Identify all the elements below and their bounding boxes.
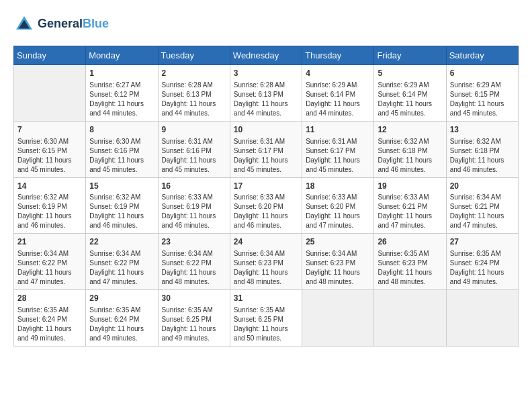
day-detail: Sunrise: 6:34 AMSunset: 6:22 PMDaylight:… <box>89 249 154 287</box>
calendar-cell: 25Sunrise: 6:34 AMSunset: 6:23 PMDayligh… <box>302 234 374 290</box>
logo: GeneralBlue <box>13 13 109 35</box>
day-detail: Sunrise: 6:34 AMSunset: 6:21 PMDaylight:… <box>450 193 515 230</box>
day-number: 7 <box>17 124 82 136</box>
day-number: 19 <box>378 181 442 192</box>
calendar-cell: 29Sunrise: 6:35 AMSunset: 6:24 PMDayligh… <box>86 290 158 347</box>
day-number: 30 <box>162 293 226 304</box>
calendar-week-row: 14Sunrise: 6:32 AMSunset: 6:19 PMDayligh… <box>14 177 519 234</box>
day-detail: Sunrise: 6:32 AMSunset: 6:18 PMDaylight:… <box>450 137 515 175</box>
logo-icon <box>13 13 35 35</box>
day-detail: Sunrise: 6:30 AMSunset: 6:16 PMDaylight:… <box>89 137 154 175</box>
page-header: GeneralBlue <box>13 13 519 35</box>
day-detail: Sunrise: 6:33 AMSunset: 6:20 PMDaylight:… <box>306 193 370 230</box>
day-detail: Sunrise: 6:33 AMSunset: 6:19 PMDaylight:… <box>162 193 226 230</box>
day-number: 15 <box>89 181 154 192</box>
day-detail: Sunrise: 6:34 AMSunset: 6:23 PMDaylight:… <box>234 249 298 287</box>
day-number: 6 <box>450 68 515 79</box>
calendar-cell: 3Sunrise: 6:28 AMSunset: 6:13 PMDaylight… <box>230 65 302 122</box>
day-number: 11 <box>306 124 370 136</box>
calendar-cell: 1Sunrise: 6:27 AMSunset: 6:12 PMDaylight… <box>86 65 158 122</box>
day-number: 16 <box>162 181 226 192</box>
day-detail: Sunrise: 6:33 AMSunset: 6:21 PMDaylight:… <box>378 193 442 230</box>
calendar-cell: 31Sunrise: 6:35 AMSunset: 6:25 PMDayligh… <box>230 290 302 347</box>
calendar-cell: 16Sunrise: 6:33 AMSunset: 6:19 PMDayligh… <box>158 177 230 234</box>
day-detail: Sunrise: 6:29 AMSunset: 6:14 PMDaylight:… <box>378 81 442 118</box>
calendar-week-row: 7Sunrise: 6:30 AMSunset: 6:15 PMDaylight… <box>14 121 519 177</box>
day-detail: Sunrise: 6:29 AMSunset: 6:14 PMDaylight:… <box>306 81 370 118</box>
day-detail: Sunrise: 6:31 AMSunset: 6:17 PMDaylight:… <box>234 137 298 175</box>
day-number: 12 <box>378 124 442 136</box>
day-number: 2 <box>162 68 226 79</box>
day-number: 25 <box>306 236 370 248</box>
day-detail: Sunrise: 6:34 AMSunset: 6:22 PMDaylight:… <box>17 249 82 287</box>
day-number: 8 <box>89 124 154 136</box>
day-number: 13 <box>450 124 515 136</box>
calendar-cell: 2Sunrise: 6:28 AMSunset: 6:13 PMDaylight… <box>158 65 230 122</box>
weekday-header: Monday <box>86 46 158 65</box>
calendar-cell: 30Sunrise: 6:35 AMSunset: 6:25 PMDayligh… <box>158 290 230 347</box>
day-number: 18 <box>306 181 370 192</box>
day-detail: Sunrise: 6:35 AMSunset: 6:24 PMDaylight:… <box>17 306 82 343</box>
calendar-cell: 20Sunrise: 6:34 AMSunset: 6:21 PMDayligh… <box>446 177 518 234</box>
day-detail: Sunrise: 6:28 AMSunset: 6:13 PMDaylight:… <box>234 81 298 118</box>
calendar-cell: 4Sunrise: 6:29 AMSunset: 6:14 PMDaylight… <box>302 65 374 122</box>
calendar-week-row: 1Sunrise: 6:27 AMSunset: 6:12 PMDaylight… <box>14 65 519 122</box>
calendar-cell: 10Sunrise: 6:31 AMSunset: 6:17 PMDayligh… <box>230 121 302 177</box>
day-number: 4 <box>306 68 370 79</box>
calendar-cell <box>14 65 86 122</box>
calendar-cell: 21Sunrise: 6:34 AMSunset: 6:22 PMDayligh… <box>14 234 86 290</box>
day-number: 29 <box>89 293 154 304</box>
calendar-week-row: 28Sunrise: 6:35 AMSunset: 6:24 PMDayligh… <box>14 290 519 347</box>
day-number: 21 <box>17 236 82 248</box>
day-number: 31 <box>234 293 298 304</box>
day-number: 26 <box>378 236 442 248</box>
weekday-header: Saturday <box>446 46 518 65</box>
calendar-cell <box>302 290 374 347</box>
day-number: 3 <box>234 68 298 79</box>
calendar-cell: 9Sunrise: 6:31 AMSunset: 6:16 PMDaylight… <box>158 121 230 177</box>
calendar-cell: 17Sunrise: 6:33 AMSunset: 6:20 PMDayligh… <box>230 177 302 234</box>
day-detail: Sunrise: 6:27 AMSunset: 6:12 PMDaylight:… <box>89 81 154 118</box>
day-number: 23 <box>162 236 226 248</box>
weekday-header: Sunday <box>14 46 86 65</box>
day-detail: Sunrise: 6:33 AMSunset: 6:20 PMDaylight:… <box>234 193 298 230</box>
calendar-cell: 13Sunrise: 6:32 AMSunset: 6:18 PMDayligh… <box>446 121 518 177</box>
day-detail: Sunrise: 6:34 AMSunset: 6:22 PMDaylight:… <box>162 249 226 287</box>
calendar-cell: 15Sunrise: 6:32 AMSunset: 6:19 PMDayligh… <box>86 177 158 234</box>
day-detail: Sunrise: 6:30 AMSunset: 6:15 PMDaylight:… <box>17 137 82 175</box>
calendar-week-row: 21Sunrise: 6:34 AMSunset: 6:22 PMDayligh… <box>14 234 519 290</box>
day-detail: Sunrise: 6:31 AMSunset: 6:16 PMDaylight:… <box>162 137 226 175</box>
calendar-cell: 19Sunrise: 6:33 AMSunset: 6:21 PMDayligh… <box>374 177 446 234</box>
calendar-cell <box>446 290 518 347</box>
calendar-cell: 8Sunrise: 6:30 AMSunset: 6:16 PMDaylight… <box>86 121 158 177</box>
calendar-cell: 14Sunrise: 6:32 AMSunset: 6:19 PMDayligh… <box>14 177 86 234</box>
day-number: 1 <box>89 68 154 79</box>
day-number: 22 <box>89 236 154 248</box>
day-detail: Sunrise: 6:31 AMSunset: 6:17 PMDaylight:… <box>306 137 370 175</box>
day-detail: Sunrise: 6:34 AMSunset: 6:23 PMDaylight:… <box>306 249 370 287</box>
day-number: 5 <box>378 68 442 79</box>
calendar-cell: 26Sunrise: 6:35 AMSunset: 6:23 PMDayligh… <box>374 234 446 290</box>
day-detail: Sunrise: 6:35 AMSunset: 6:25 PMDaylight:… <box>162 306 226 343</box>
calendar-table: SundayMondayTuesdayWednesdayThursdayFrid… <box>13 46 519 347</box>
calendar-cell: 7Sunrise: 6:30 AMSunset: 6:15 PMDaylight… <box>14 121 86 177</box>
day-detail: Sunrise: 6:29 AMSunset: 6:15 PMDaylight:… <box>450 81 515 118</box>
day-detail: Sunrise: 6:35 AMSunset: 6:24 PMDaylight:… <box>450 249 515 287</box>
calendar-cell: 27Sunrise: 6:35 AMSunset: 6:24 PMDayligh… <box>446 234 518 290</box>
day-number: 28 <box>17 293 82 304</box>
day-number: 17 <box>234 181 298 192</box>
day-detail: Sunrise: 6:32 AMSunset: 6:18 PMDaylight:… <box>378 137 442 175</box>
day-detail: Sunrise: 6:32 AMSunset: 6:19 PMDaylight:… <box>89 193 154 230</box>
calendar-cell: 5Sunrise: 6:29 AMSunset: 6:14 PMDaylight… <box>374 65 446 122</box>
calendar-cell: 23Sunrise: 6:34 AMSunset: 6:22 PMDayligh… <box>158 234 230 290</box>
calendar-cell: 12Sunrise: 6:32 AMSunset: 6:18 PMDayligh… <box>374 121 446 177</box>
calendar-cell: 18Sunrise: 6:33 AMSunset: 6:20 PMDayligh… <box>302 177 374 234</box>
weekday-header: Tuesday <box>158 46 230 65</box>
weekday-header: Friday <box>374 46 446 65</box>
day-detail: Sunrise: 6:35 AMSunset: 6:24 PMDaylight:… <box>89 306 154 343</box>
calendar-cell <box>374 290 446 347</box>
day-detail: Sunrise: 6:28 AMSunset: 6:13 PMDaylight:… <box>162 81 226 118</box>
day-header-row: SundayMondayTuesdayWednesdayThursdayFrid… <box>14 46 519 65</box>
day-detail: Sunrise: 6:35 AMSunset: 6:25 PMDaylight:… <box>234 306 298 343</box>
weekday-header: Thursday <box>302 46 374 65</box>
